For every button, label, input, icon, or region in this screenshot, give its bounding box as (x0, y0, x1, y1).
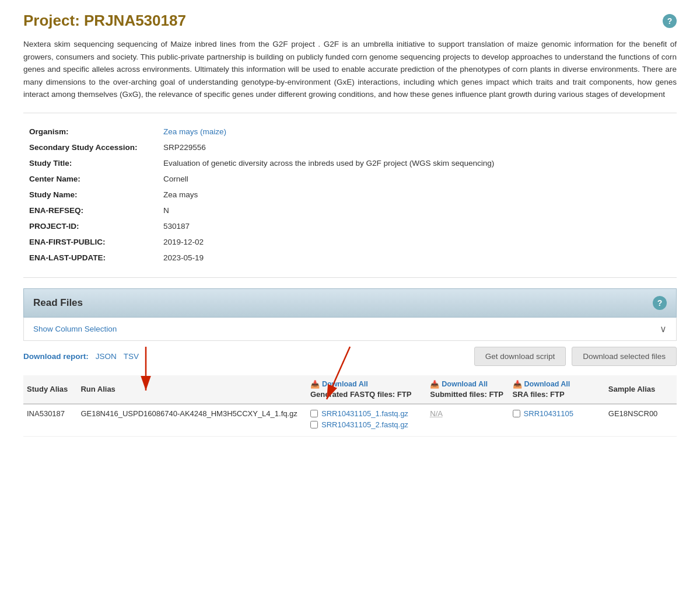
sra-file-link[interactable]: SRR10431105 (524, 409, 573, 418)
download-report-bar: Download report: JSON TSV Get download s… (23, 341, 677, 372)
download-all-submitted-link[interactable]: 📥 Download All (430, 380, 488, 389)
metadata-value: Evaluation of genetic diversity across t… (158, 155, 677, 171)
get-download-script-button[interactable]: Get download script (474, 347, 566, 366)
project-title-row: Project: PRJNA530187 ? (23, 12, 677, 30)
project-title: Project: PRJNA530187 (23, 12, 186, 30)
metadata-label: Study Name: (23, 187, 158, 203)
json-download-link[interactable]: JSON (96, 352, 117, 361)
table-row: INA530187GE18N416_USPD16086740-AK4248_HM… (23, 404, 677, 437)
metadata-value: Zea mays (158, 187, 677, 203)
organism-link[interactable]: Zea mays (maize) (163, 127, 226, 136)
col-header-submitted: 📥 Download All Submitted files: FTP (426, 375, 509, 404)
cell-sra-files: SRR10431105 (509, 404, 605, 437)
files-table: Study Alias Run Alias 📥 Download All (23, 375, 677, 437)
project-description: Nextera skim sequencing sequencing of Ma… (23, 38, 677, 101)
fastq-file-link[interactable]: SRR10431105_1.fastq.gz (321, 409, 408, 418)
metadata-label: Center Name: (23, 171, 158, 187)
metadata-value: 530187 (158, 218, 677, 234)
read-files-header: Read Files ? (23, 288, 677, 318)
section-divider-2 (23, 277, 677, 278)
cell-study-alias: INA530187 (23, 404, 77, 437)
download-report-label: Download report: (23, 352, 89, 361)
download-all-sra-link[interactable]: 📥 Download All (513, 380, 570, 389)
metadata-value: SRP229556 (158, 140, 677, 155)
metadata-value[interactable]: Zea mays (maize) (158, 124, 677, 140)
fastq-file-link[interactable]: SRR10431105_2.fastq.gz (321, 420, 408, 429)
chevron-down-icon: ∨ (660, 323, 667, 334)
submitted-na-value: N/A (430, 409, 443, 418)
metadata-value: 2023-05-19 (158, 250, 677, 266)
metadata-value: N (158, 203, 677, 218)
fastq-file-row: SRR10431105_2.fastq.gz (310, 420, 423, 429)
read-files-title: Read Files (33, 297, 83, 309)
metadata-label: ENA-FIRST-PUBLIC: (23, 234, 158, 250)
download-report-left: Download report: JSON TSV (23, 352, 139, 361)
files-table-scroll: Study Alias Run Alias 📥 Download All (23, 375, 677, 437)
column-selection-bar: Show Column Selection ∨ (23, 318, 677, 341)
download-selected-files-button[interactable]: Download selected files (572, 347, 677, 366)
tsv-download-link[interactable]: TSV (124, 352, 139, 361)
download-all-fastq-link[interactable]: 📥 Download All (310, 380, 368, 389)
cell-run-alias: GE18N416_USPD16086740-AK4248_HM3H5CCXY_L… (77, 404, 307, 437)
sra-file-checkbox[interactable] (513, 410, 520, 417)
read-files-help-icon[interactable]: ? (653, 296, 667, 310)
fastq-file-checkbox[interactable] (310, 410, 318, 417)
show-column-selection-link[interactable]: Show Column Selection (33, 325, 117, 333)
read-files-section: Read Files ? Show Column Selection ∨ Dow… (23, 288, 677, 437)
sra-file-row: SRR10431105 (513, 409, 601, 418)
metadata-value: 2019-12-02 (158, 234, 677, 250)
metadata-label: Organism: (23, 124, 158, 140)
cell-submitted-ftp: N/A (426, 404, 509, 437)
col-header-fastq: 📥 Download All Generated FASTQ files: FT… (307, 375, 426, 404)
metadata-value: Cornell (158, 171, 677, 187)
col-header-sample-alias: Sample Alias (605, 375, 677, 404)
metadata-label: ENA-REFSEQ: (23, 203, 158, 218)
project-help-icon[interactable]: ? (663, 14, 677, 28)
cell-sample-alias: GE18NSCR00 (605, 404, 677, 437)
metadata-label: PROJECT-ID: (23, 218, 158, 234)
col-header-study-alias: Study Alias (23, 375, 77, 404)
metadata-label: ENA-LAST-UPDATE: (23, 250, 158, 266)
section-divider (23, 113, 677, 113)
metadata-label: Secondary Study Accession: (23, 140, 158, 155)
fastq-file-row: SRR10431105_1.fastq.gz (310, 409, 423, 418)
col-header-sra: 📥 Download All SRA files: FTP (509, 375, 605, 404)
metadata-label: Study Title: (23, 155, 158, 171)
download-icon-fastq: 📥 (310, 380, 320, 389)
col-header-run-alias: Run Alias (77, 375, 307, 404)
download-icon-sra: 📥 (513, 380, 522, 389)
cell-fastq-files: SRR10431105_1.fastq.gzSRR10431105_2.fast… (307, 404, 426, 437)
download-report-right: Get download script Download selected fi… (474, 347, 677, 366)
metadata-table: Organism:Zea mays (maize)Secondary Study… (23, 124, 677, 266)
fastq-file-checkbox[interactable] (310, 421, 318, 428)
download-icon-submitted: 📥 (430, 380, 439, 389)
